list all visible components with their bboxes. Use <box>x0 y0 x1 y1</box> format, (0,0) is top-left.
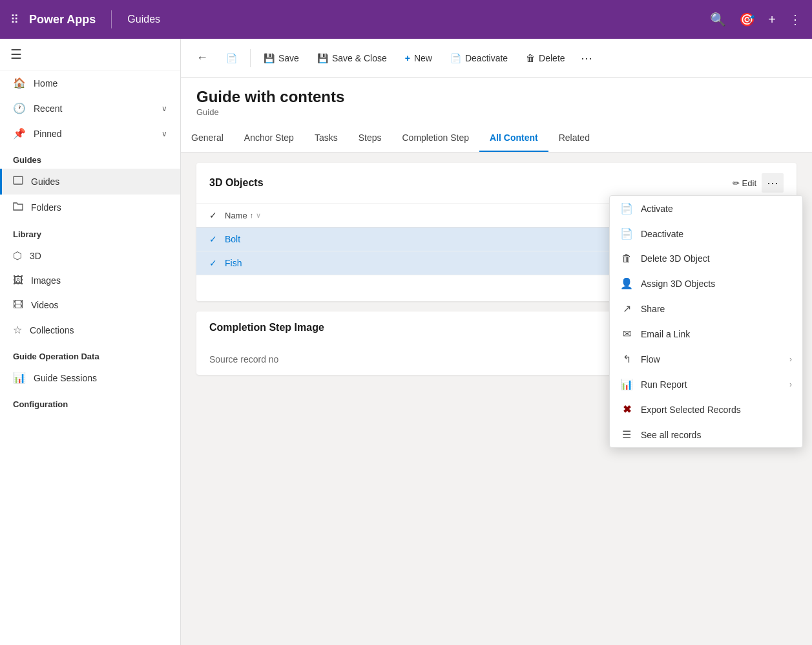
tab-related[interactable]: Related <box>548 125 600 152</box>
sidebar-item-videos-label: Videos <box>31 300 59 310</box>
sidebar-scroll: 🏠 Home 🕐 Recent ∨ 📌 Pinned ∨ Guides <box>0 70 180 645</box>
app-name: Guides <box>127 14 160 25</box>
ctx-see-all-icon: ☰ <box>620 428 633 441</box>
tab-anchor-step[interactable]: Anchor Step <box>234 125 304 152</box>
completion-step-title: Completion Step Image <box>209 322 324 333</box>
context-menu: 📄 Activate 📄 Deactivate 🗑 Delete 3D Obje… <box>609 195 803 448</box>
svg-rect-0 <box>14 176 23 184</box>
deactivate-button[interactable]: 📄 Deactivate <box>442 49 515 67</box>
sidebar-item-collections-label: Collections <box>30 325 74 335</box>
col-sort-desc-icon[interactable]: ∨ <box>256 211 261 220</box>
header-check[interactable]: ✓ <box>209 210 217 220</box>
col-sort-asc-icon[interactable]: ↑ <box>250 211 254 219</box>
sidebar-item-folders-label: Folders <box>31 202 61 213</box>
search-icon[interactable]: 🔍 <box>710 12 726 27</box>
ctx-share-label: Share <box>641 304 792 314</box>
sidebar-item-3d[interactable]: ⬡ 3D <box>0 243 180 268</box>
record-button[interactable]: 📄 <box>218 49 245 67</box>
save-close-button[interactable]: 💾 Save & Close <box>309 49 395 67</box>
tab-tasks[interactable]: Tasks <box>304 125 348 152</box>
more-options-icon[interactable]: ⋮ <box>789 12 802 27</box>
tab-steps[interactable]: Steps <box>348 125 392 152</box>
ctx-run-report[interactable]: 📊 Run Report › <box>610 372 802 397</box>
sidebar-item-guides[interactable]: Guides <box>0 169 180 195</box>
ctx-export-label: Export Selected Records <box>641 405 792 415</box>
edit-icon: ✏ <box>733 178 740 188</box>
row-fish-check[interactable]: ✓ <box>209 258 217 268</box>
ctx-assign[interactable]: 👤 Assign 3D Objects <box>610 271 802 296</box>
back-button[interactable]: ← <box>189 47 216 69</box>
row-fish-name[interactable]: Fish <box>225 258 242 268</box>
save-button[interactable]: 💾 Save <box>256 49 307 67</box>
ctx-run-report-arrow-icon: › <box>789 380 792 389</box>
sidebar-item-pinned-label: Pinned <box>34 129 62 139</box>
sidebar-section-library: Library <box>0 220 180 243</box>
sidebar-item-collections[interactable]: ☆ Collections <box>0 317 180 343</box>
save-close-label: Save & Close <box>332 53 387 63</box>
ctx-export-icon: ✖ <box>620 403 633 416</box>
guide-sessions-icon: 📊 <box>13 372 26 384</box>
delete-icon: 🗑 <box>526 53 535 63</box>
three-d-edit-button[interactable]: ✏ Edit <box>727 176 762 191</box>
deactivate-label: Deactivate <box>465 53 508 63</box>
ctx-flow-label: Flow <box>641 354 782 365</box>
tab-all-content[interactable]: All Content <box>479 125 548 152</box>
new-icon: + <box>405 53 410 63</box>
hamburger-icon[interactable]: ☰ <box>10 47 22 61</box>
tabs-bar: General Anchor Step Tasks Steps Completi… <box>181 125 812 153</box>
new-button[interactable]: + New <box>397 49 440 67</box>
ctx-flow-arrow-icon: › <box>789 355 792 364</box>
col-name: Name ↑ ∨ <box>225 211 261 220</box>
ctx-activate-label: Activate <box>641 204 792 214</box>
tab-completion-step[interactable]: Completion Step <box>391 125 479 152</box>
folders-icon <box>13 201 23 214</box>
tab-general[interactable]: General <box>181 125 234 152</box>
toolbar-more-button[interactable]: ⋯ <box>576 47 598 69</box>
record-icon: 📄 <box>226 53 237 63</box>
three-d-section-title: 3D Objects <box>209 177 727 189</box>
sidebar-item-images-label: Images <box>31 275 61 286</box>
sidebar-item-pinned[interactable]: 📌 Pinned ∨ <box>0 121 180 146</box>
ctx-share-icon: ↗ <box>620 302 633 315</box>
ctx-flow[interactable]: ↰ Flow › <box>610 346 802 372</box>
grid-dots-icon[interactable]: ⠿ <box>10 12 19 26</box>
ctx-email-icon: ✉ <box>620 328 633 340</box>
ctx-delete-3d[interactable]: 🗑 Delete 3D Object <box>610 246 802 271</box>
sidebar-item-images[interactable]: 🖼 Images <box>0 268 180 293</box>
page-subtitle: Guide <box>196 107 796 117</box>
ctx-export[interactable]: ✖ Export Selected Records <box>610 397 802 422</box>
collections-icon: ☆ <box>13 324 22 336</box>
ctx-delete-icon: 🗑 <box>620 253 633 264</box>
content-scroll: 3D Objects ✏ Edit ⋯ ✓ Name ↑ ∨ <box>181 153 812 645</box>
ctx-run-report-label: Run Report <box>641 379 782 390</box>
recent-chevron-icon: ∨ <box>161 104 167 113</box>
ctx-share[interactable]: ↗ Share <box>610 296 802 321</box>
deactivate-icon: 📄 <box>450 53 461 63</box>
ctx-email-link[interactable]: ✉ Email a Link <box>610 321 802 346</box>
sidebar-item-recent[interactable]: 🕐 Recent ∨ <box>0 96 180 121</box>
ctx-activate[interactable]: 📄 Activate <box>610 196 802 221</box>
target-icon[interactable]: 🎯 <box>739 12 755 27</box>
toolbar-divider-1 <box>250 49 251 67</box>
pinned-chevron-icon: ∨ <box>161 129 167 138</box>
sidebar-item-videos[interactable]: 🎞 Videos <box>0 293 180 317</box>
ctx-deactivate[interactable]: 📄 Deactivate <box>610 221 802 246</box>
threed-icon: ⬡ <box>13 249 22 262</box>
completion-body-text: Source record no <box>209 354 278 365</box>
add-icon[interactable]: + <box>768 12 776 27</box>
sidebar-item-folders[interactable]: Folders <box>0 195 180 220</box>
ctx-see-all[interactable]: ☰ See all records <box>610 422 802 447</box>
sidebar-section-config: Configuration <box>0 390 180 413</box>
content-area: ← 📄 💾 Save 💾 Save & Close + New 📄 Deacti… <box>181 39 812 645</box>
ctx-flow-icon: ↰ <box>620 353 633 365</box>
sidebar-item-guide-sessions[interactable]: 📊 Guide Sessions <box>0 365 180 390</box>
sidebar-item-recent-label: Recent <box>34 103 62 114</box>
ctx-deactivate-label: Deactivate <box>641 229 792 239</box>
guides-icon <box>13 175 23 188</box>
row-bolt-name[interactable]: Bolt <box>225 234 240 244</box>
sidebar-item-guides-label: Guides <box>31 176 59 187</box>
sidebar-item-home[interactable]: 🏠 Home <box>0 70 180 96</box>
delete-button[interactable]: 🗑 Delete <box>518 49 572 67</box>
three-d-more-button[interactable]: ⋯ <box>762 173 784 193</box>
row-bolt-check[interactable]: ✓ <box>209 234 217 244</box>
